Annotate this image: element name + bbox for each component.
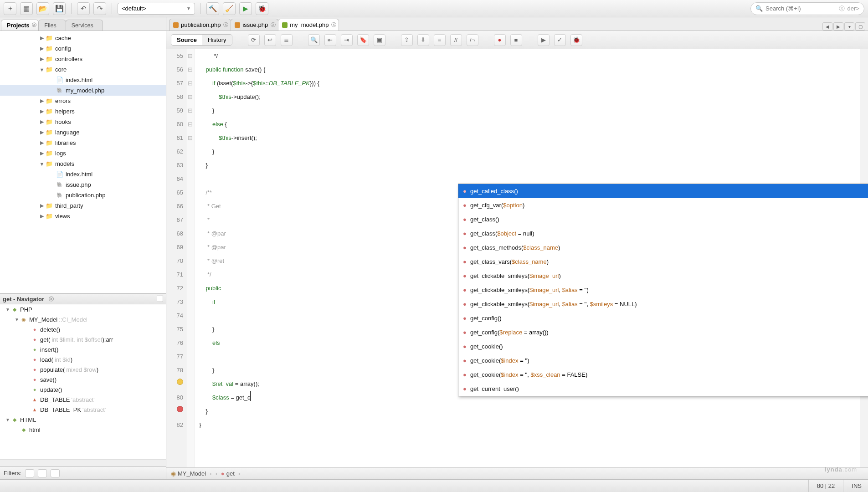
file-tab[interactable]: my_model.phpⓧ	[278, 19, 339, 31]
disclosure-triangle[interactable]: ▶	[39, 98, 45, 104]
project-tree[interactable]: ▶cache▶config▶controllers▼coreindex.html…	[0, 31, 166, 293]
disclosure-triangle[interactable]: ▶	[39, 46, 45, 51]
autocomplete-popup[interactable]: ●get_called_class()PHP Platform●get_cfg_…	[458, 184, 868, 396]
disclosure-triangle[interactable]: ▼	[39, 67, 45, 72]
autocomplete-item[interactable]: ●get_config()Common.php	[458, 311, 868, 325]
navigator-item[interactable]: ▼HTML	[0, 415, 166, 425]
search-input[interactable]	[765, 5, 836, 12]
disclosure-triangle[interactable]: ▶	[39, 150, 45, 156]
clear-search-icon[interactable]: ⓧ	[839, 5, 845, 13]
build-button[interactable]: 🔨	[206, 2, 219, 15]
disclosure-triangle[interactable]: ▶	[39, 119, 45, 125]
autocomplete-item[interactable]: ●get_cookie($index = '', $xss_clean = FA…	[458, 368, 868, 382]
clean-button[interactable]: 🧹	[223, 2, 236, 15]
disclosure-triangle[interactable]: ▶	[39, 203, 45, 209]
autocomplete-item[interactable]: ●get_config($replace = array())Common.ph…	[458, 325, 868, 339]
macro-stop-button[interactable]: ■	[510, 34, 522, 46]
sidebar-tab-projects[interactable]: Projectsⓧ	[1, 20, 39, 31]
autocomplete-item[interactable]: ●get_clickable_smileys($image_url)smiley…	[458, 269, 868, 283]
tree-item[interactable]: ▶libraries	[0, 138, 166, 148]
navigator-item[interactable]: ▼MY_Model::CI_Model	[0, 314, 166, 324]
navigator-item[interactable]: populate(mixed $row)	[0, 364, 166, 374]
tree-item[interactable]: ▶logs	[0, 148, 166, 159]
navigator-item[interactable]: load(int $id)	[0, 354, 166, 364]
tree-item[interactable]: my_model.php	[0, 85, 166, 96]
disclosure-triangle[interactable]: ▼	[5, 417, 11, 422]
toggle-bookmark-button[interactable]: 🔖	[357, 34, 369, 46]
autocomplete-item[interactable]: ●get_current_user()PHP Platform	[458, 382, 868, 396]
tree-item[interactable]: ▶language	[0, 127, 166, 138]
tree-item[interactable]: ▶controllers	[0, 54, 166, 64]
breadcrumb-item[interactable]: MY_Model›	[171, 470, 211, 477]
tree-item[interactable]: index.html	[0, 75, 166, 85]
comment-button[interactable]: //	[450, 34, 462, 46]
autocomplete-item[interactable]: ●get_class()PHP Platform	[458, 212, 868, 226]
navigator-opts-button[interactable]	[157, 296, 163, 302]
close-icon[interactable]: ⓧ	[223, 21, 228, 28]
filter-nonpublic-button[interactable]	[51, 469, 60, 477]
shift-left-button[interactable]: ⇧	[401, 34, 413, 46]
navigator-item[interactable]: save()	[0, 374, 166, 384]
sidebar-tab-services[interactable]: Services	[66, 20, 103, 31]
shift-right-button[interactable]: ⇩	[417, 34, 429, 46]
navigator-item[interactable]: insert()	[0, 344, 166, 354]
tree-item[interactable]: ▶hooks	[0, 117, 166, 127]
disclosure-triangle[interactable]: ▶	[39, 140, 45, 146]
uncomment-button[interactable]: /¬	[467, 34, 478, 46]
disclosure-triangle[interactable]: ▼	[5, 307, 11, 312]
source-tab[interactable]: Source	[171, 35, 202, 45]
navigator-item[interactable]: html	[0, 425, 166, 435]
new-file-button[interactable]: ＋	[4, 2, 16, 15]
navigator-item[interactable]: update()	[0, 384, 166, 395]
diff-button[interactable]: ≣	[281, 34, 293, 46]
run-config-select[interactable]: <default> ▼	[118, 3, 195, 15]
tree-item[interactable]: ▶third_party	[0, 200, 166, 211]
disclosure-triangle[interactable]: ▼	[39, 161, 45, 167]
debug-file-button[interactable]: 🐞	[570, 34, 582, 46]
file-tab[interactable]: publication.phpⓧ	[169, 19, 231, 31]
tree-item[interactable]: issue.php	[0, 179, 166, 190]
debug-button[interactable]: 🐞	[256, 2, 268, 15]
filter-static-button[interactable]	[38, 469, 47, 477]
tree-item[interactable]: ▶config	[0, 43, 166, 54]
tree-item[interactable]: ▶cache	[0, 33, 166, 43]
disclosure-triangle[interactable]: ▶	[39, 35, 45, 41]
prev-bookmark-button[interactable]: ⇤	[324, 34, 336, 46]
close-icon[interactable]: ⓧ	[331, 21, 336, 28]
navigator-item[interactable]: delete()	[0, 324, 166, 334]
disclosure-triangle[interactable]: ▶	[39, 56, 45, 62]
find-button[interactable]: 🔍	[308, 34, 320, 46]
navigator-item[interactable]: get(int $limit, int $offset):arr	[0, 334, 166, 344]
autocomplete-item[interactable]: ●get_cookie($index = '')cookie_helper.ph…	[458, 354, 868, 368]
filter-fields-button[interactable]	[25, 469, 34, 477]
autocomplete-item[interactable]: ●get_class_methods($class_name)PHP Platf…	[458, 241, 868, 255]
format-button[interactable]: ≡	[434, 34, 446, 46]
navigator-item[interactable]: ▼PHP	[0, 304, 166, 314]
highlight-button[interactable]: ▣	[374, 34, 385, 46]
disclosure-triangle[interactable]: ▶	[39, 213, 45, 219]
macro-rec-button[interactable]: ●	[494, 34, 506, 46]
tree-item[interactable]: ▶helpers	[0, 106, 166, 117]
autocomplete-item[interactable]: ●get_clickable_smileys($image_url, $alia…	[458, 283, 868, 297]
breadcrumb-item[interactable]: get›	[221, 470, 240, 477]
code-editor[interactable]: 5556575859606162636465666768697071727374…	[166, 49, 868, 467]
next-bookmark-button[interactable]: ⇥	[341, 34, 353, 46]
tree-item[interactable]: index.html	[0, 169, 166, 179]
tree-item[interactable]: ▶errors	[0, 96, 166, 106]
sidebar-tab-files[interactable]: Files	[38, 20, 66, 31]
disclosure-triangle[interactable]: ▼	[14, 317, 20, 322]
autocomplete-item[interactable]: ●get_clickable_smileys($image_url, $alia…	[458, 297, 868, 311]
autocomplete-item[interactable]: ●get_class_vars($class_name)PHP Platform	[458, 255, 868, 269]
autocomplete-item[interactable]: ●get_class($object = null)PHP Platform	[458, 226, 868, 241]
disclosure-triangle[interactable]: ▶	[39, 108, 45, 114]
last-edit-button[interactable]: ↩	[264, 34, 276, 46]
tree-item[interactable]: publication.php	[0, 190, 166, 200]
undo-button[interactable]: ↶	[77, 2, 90, 15]
file-tab[interactable]: issue.phpⓧ	[231, 19, 278, 31]
tree-item[interactable]: ▶views	[0, 211, 166, 221]
tab-next-button[interactable]: ▶	[833, 22, 843, 31]
run-button[interactable]: ▶	[239, 2, 252, 15]
tab-prev-button[interactable]: ◀	[822, 22, 832, 31]
navigator-item[interactable]: DB_TABLE_PK'abstract'	[0, 405, 166, 415]
run-file-button[interactable]: ▶	[538, 34, 550, 46]
